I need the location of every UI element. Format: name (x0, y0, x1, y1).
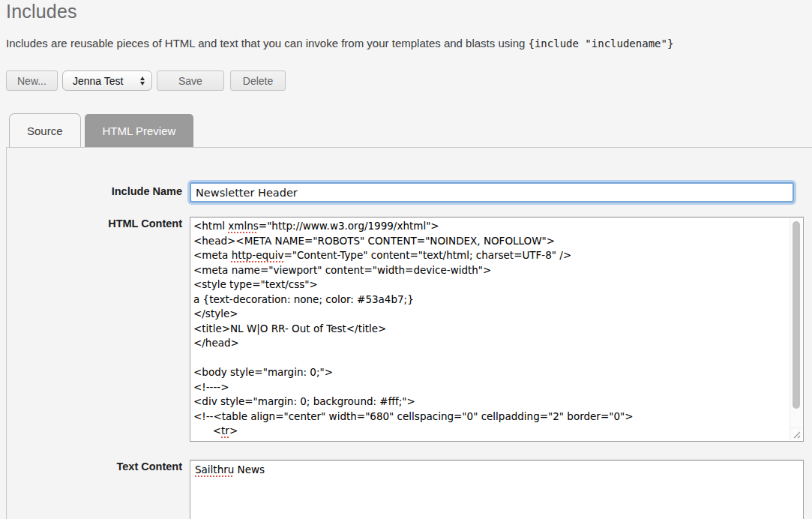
code-line: <!----> (193, 380, 787, 395)
text-segment: ="Content-Type" content="text/html; char… (283, 249, 571, 261)
includes-page: Includes Includes are reusable pieces of… (0, 0, 812, 519)
description-text: Includes are reusable pieces of HTML and… (6, 37, 528, 50)
code-line: <title>NL W|O RR- Out of Test</title> (193, 322, 787, 337)
tab-source[interactable]: Source (9, 113, 81, 147)
text-segment: </style> (193, 308, 238, 320)
text-segment: < (193, 424, 221, 436)
tab-html-preview[interactable]: HTML Preview (85, 114, 194, 147)
text-segment: <div style="margin: 0; background: #fff;… (193, 395, 415, 407)
text-segment: ="http://www.w3.org/1999/xhtml"> (259, 220, 439, 232)
text-content-label: Text Content (7, 460, 182, 472)
include-name-input[interactable] (190, 182, 794, 202)
misspelled-word: tr (221, 424, 229, 436)
text-segment: <title>NL W|O RR- Out of Test</title> (193, 322, 386, 334)
page-description: Includes are reusable pieces of HTML and… (6, 37, 673, 50)
include-select-value: Jenna Test (73, 75, 123, 87)
code-line: <html xmlns="http://www.w3.org/1999/xhtm… (193, 219, 787, 234)
code-line: <style type="text/css"> (193, 278, 787, 292)
text-segment: </head> (193, 337, 239, 349)
text-segment: <head><META NAME="ROBOTS" CONTENT="NOIND… (193, 235, 555, 247)
text-segment: <style type="text/css"> (193, 278, 318, 290)
save-button[interactable]: Save (157, 70, 224, 91)
toolbar: New... Jenna Test Save Delete (6, 70, 286, 91)
new-button[interactable]: New... (6, 70, 58, 91)
code-line: a {text-decoration: none; color: #53a4b7… (193, 292, 787, 308)
include-syntax-code: {include "includename"} (528, 38, 673, 50)
code-line: </head> (193, 336, 787, 351)
misspelled-word: http-equiv (232, 249, 284, 261)
editor-scrollbar[interactable] (790, 218, 802, 428)
code-line: <meta name="viewport" content="width=dev… (193, 263, 787, 278)
misspelled-word: Sailthru (195, 464, 234, 476)
text-segment: <body style="margin: 0;"> (193, 366, 333, 378)
html-content-label: HTML Content (7, 218, 182, 230)
scrollbar-thumb[interactable] (793, 221, 800, 409)
text-segment: <meta (193, 249, 232, 261)
text-segment: <meta name="viewport" content="width=dev… (193, 264, 491, 276)
source-tab-panel: Include Name HTML Content <html xmlns="h… (6, 147, 812, 519)
delete-button[interactable]: Delete (230, 70, 286, 91)
text-segment: <!----> (193, 381, 229, 393)
text-content-editor[interactable]: Sailthru News (190, 460, 804, 519)
html-content-code: <html xmlns="http://www.w3.org/1999/xhtm… (190, 218, 789, 440)
text-segment: > (229, 424, 238, 436)
code-line (193, 351, 787, 366)
code-line: <head><META NAME="ROBOTS" CONTENT="NOIND… (193, 234, 787, 249)
code-line: <body style="margin: 0;"> (193, 365, 787, 380)
tab-bar: Source HTML Preview (9, 113, 193, 147)
select-updown-arrows-icon (140, 76, 145, 86)
include-name-label: Include Name (7, 185, 182, 197)
page-title: Includes (6, 1, 77, 22)
text-segment: a {text-decoration: none; color: #53a4b7… (193, 293, 414, 305)
code-line: </style> (193, 307, 787, 322)
code-line: <tr> (193, 424, 787, 439)
text-segment: <!--<table align="center" width="680" ce… (193, 410, 634, 422)
resize-grip-icon[interactable] (790, 428, 802, 440)
code-line: <!--<table align="center" width="680" ce… (193, 410, 787, 424)
misspelled-word: xmlns (228, 220, 258, 232)
code-line: <div style="margin: 0; background: #fff;… (193, 394, 787, 410)
include-select[interactable]: Jenna Test (62, 70, 152, 91)
code-line: <meta http-equiv="Content-Type" content=… (193, 248, 787, 263)
text-segment: <html (193, 220, 228, 232)
text-segment: News (234, 464, 265, 476)
html-content-editor[interactable]: <html xmlns="http://www.w3.org/1999/xhtm… (190, 217, 804, 442)
